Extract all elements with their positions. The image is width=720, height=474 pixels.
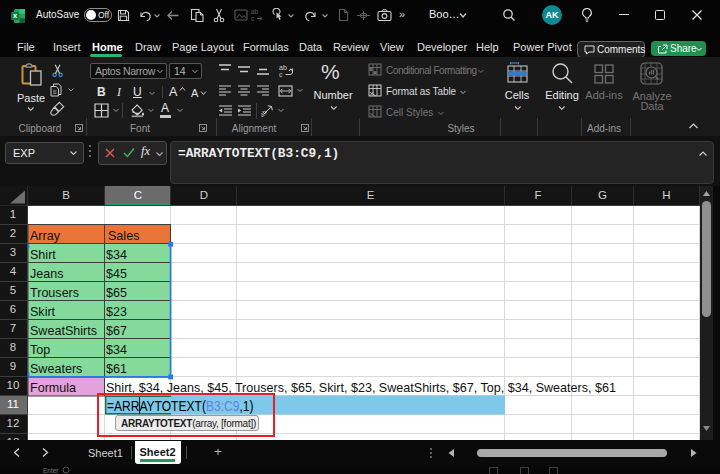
- svg-text:ab: ab: [261, 108, 268, 117]
- svg-text:c: c: [279, 71, 283, 78]
- svg-text:ab: ab: [279, 64, 287, 71]
- svg-text:ab: ab: [251, 8, 259, 15]
- svg-text:c: c: [251, 15, 255, 22]
